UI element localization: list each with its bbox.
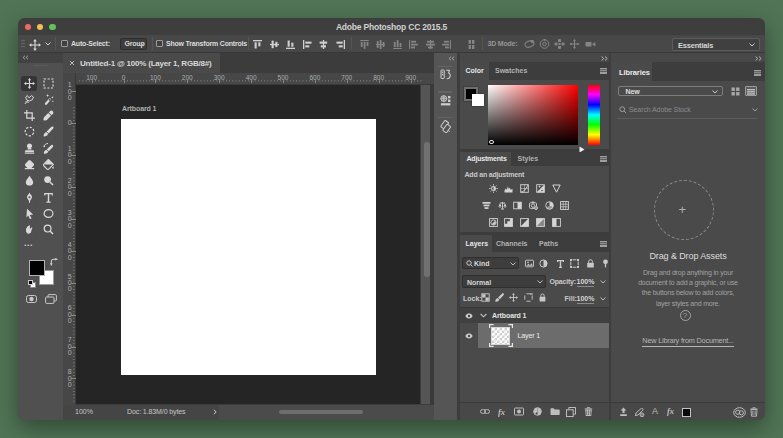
svg-text:fx: fx — [498, 407, 506, 417]
